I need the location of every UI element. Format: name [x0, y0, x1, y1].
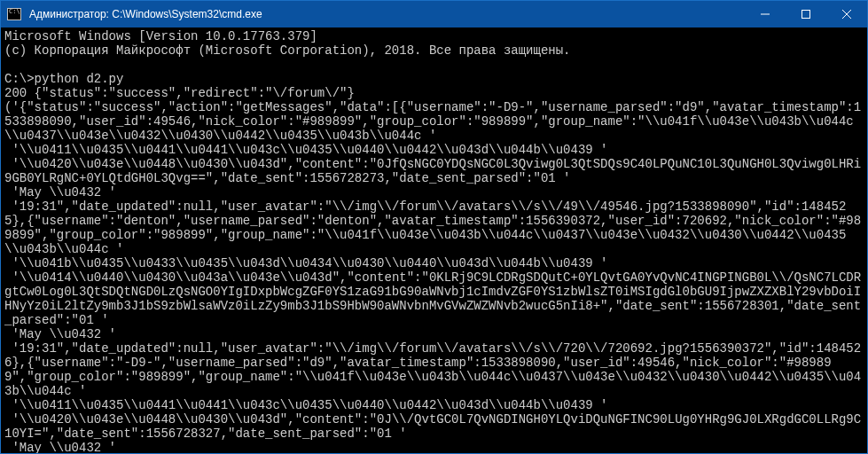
svg-rect-1 [802, 11, 810, 19]
cmd-window: Администратор: C:\Windows\System32\cmd.e… [0, 0, 868, 454]
terminal-output[interactable]: Microsoft Windows [Version 10.0.17763.37… [1, 27, 867, 453]
minimize-button[interactable] [745, 1, 786, 27]
close-button[interactable] [826, 1, 867, 27]
titlebar[interactable]: Администратор: C:\Windows\System32\cmd.e… [1, 1, 867, 27]
app-icon-box [1, 8, 27, 20]
cmd-icon [7, 8, 21, 20]
window-title: Администратор: C:\Windows\System32\cmd.e… [27, 8, 745, 20]
maximize-button[interactable] [786, 1, 826, 27]
window-controls [745, 1, 867, 27]
